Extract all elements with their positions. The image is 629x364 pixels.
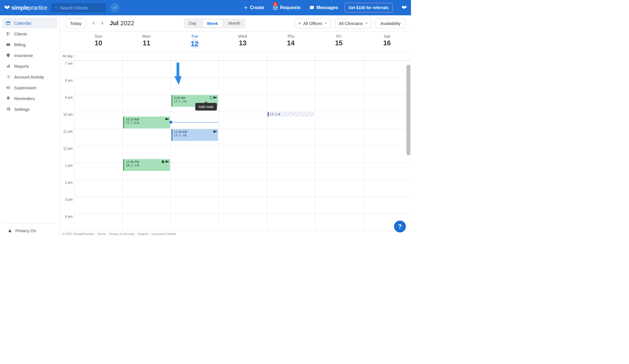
sidebar-item-supervision[interactable]: Supervision bbox=[2, 82, 57, 93]
sidebar-item-calendar[interactable]: Calendar bbox=[2, 18, 57, 28]
day-col-sat[interactable]: Sat16 bbox=[363, 31, 411, 52]
sidebar-item-account-activity[interactable]: Account Activity bbox=[2, 71, 57, 82]
privacy-toggle[interactable]: Privacy On bbox=[2, 223, 57, 238]
time-label: 3 pm bbox=[60, 198, 74, 215]
svg-rect-7 bbox=[7, 22, 10, 22]
day-col-wed[interactable]: Wed13 bbox=[219, 31, 267, 52]
day-cell-sat[interactable] bbox=[363, 61, 411, 231]
svg-rect-13 bbox=[9, 65, 10, 68]
create-button[interactable]: Create bbox=[242, 3, 267, 12]
event-mon-1245[interactable]: 12:45 PM JA: J. J A. bbox=[123, 159, 170, 171]
today-button[interactable]: Today bbox=[65, 18, 86, 28]
card-icon bbox=[6, 42, 11, 47]
sidebar: Calendar Clients Billing Insurance Repor… bbox=[0, 15, 60, 238]
filter-clinicians[interactable]: All Clinicians bbox=[335, 18, 372, 28]
gear-icon bbox=[6, 107, 11, 111]
footer: © 2022 SimplePractice· Terms· Privacy & … bbox=[60, 231, 411, 238]
day-col-sun[interactable]: Sun10 bbox=[74, 31, 122, 52]
time-label: 12 pm bbox=[60, 147, 74, 164]
footer-terms[interactable]: Terms bbox=[97, 232, 106, 236]
requests-button[interactable]: 1 Requests bbox=[271, 3, 303, 12]
sidebar-item-label: Clients bbox=[14, 31, 27, 36]
profile-button[interactable] bbox=[397, 5, 407, 10]
time-label: 8 am bbox=[60, 79, 74, 96]
day-col-mon[interactable]: Mon11 bbox=[122, 31, 170, 52]
day-cell-thu[interactable]: LT: J. A. bbox=[267, 61, 315, 231]
sidebar-item-billing[interactable]: Billing bbox=[2, 39, 57, 50]
footer-privacy[interactable]: Privacy & Security bbox=[109, 232, 134, 236]
tooltip-add-note: Add note bbox=[195, 103, 217, 111]
note-icon bbox=[162, 160, 164, 163]
svg-point-0 bbox=[55, 7, 56, 8]
prev-button[interactable] bbox=[90, 20, 97, 26]
day-col-thu[interactable]: Thu14 bbox=[267, 31, 315, 52]
bar-chart-icon bbox=[6, 64, 11, 68]
topbar: simplepractice Create 1 Requests Message… bbox=[0, 0, 411, 15]
search-wrap[interactable] bbox=[51, 3, 106, 12]
svg-point-9 bbox=[9, 33, 10, 34]
time-label: 4 pm bbox=[60, 215, 74, 231]
now-indicator bbox=[171, 122, 219, 122]
event-mon-1015[interactable]: 10:15 AM LT: J. S A. bbox=[123, 117, 170, 128]
dot-icon bbox=[299, 22, 301, 24]
day-cell-mon[interactable]: 10:15 AM LT: J. S A. 12:45 PM JA: J. J A… bbox=[122, 61, 170, 231]
people-icon bbox=[6, 31, 11, 36]
shield-icon bbox=[6, 53, 11, 58]
search-input[interactable] bbox=[60, 5, 102, 10]
sidebar-item-settings[interactable]: Settings bbox=[2, 104, 57, 115]
time-label: 1 pm bbox=[60, 164, 74, 181]
filter-offices[interactable]: All Offices bbox=[295, 18, 331, 28]
list-icon bbox=[6, 75, 11, 79]
svg-line-1 bbox=[56, 8, 57, 9]
sidebar-item-insurance[interactable]: Insurance bbox=[2, 50, 57, 61]
help-button[interactable]: ? bbox=[394, 221, 406, 232]
next-button[interactable] bbox=[99, 20, 106, 26]
note-outline-icon[interactable] bbox=[209, 96, 212, 99]
month-title: Jul 2022 bbox=[110, 20, 134, 27]
analytics-button[interactable] bbox=[110, 3, 119, 12]
footer-support[interactable]: Support bbox=[137, 232, 148, 236]
day-col-fri[interactable]: Fri15 bbox=[315, 31, 363, 52]
brand-text: simplepractice bbox=[11, 5, 47, 11]
sidebar-item-label: Reminders bbox=[14, 96, 35, 101]
sidebar-item-reminders[interactable]: Reminders bbox=[2, 93, 57, 104]
sidebar-item-label: Reports bbox=[14, 64, 29, 69]
svg-marker-22 bbox=[366, 23, 368, 24]
main: Today Jul 2022 Day Week Month All Office… bbox=[60, 15, 411, 238]
svg-rect-12 bbox=[8, 65, 9, 67]
day-col-tue[interactable]: Tue12 bbox=[171, 31, 219, 52]
calendar-icon bbox=[6, 21, 11, 25]
scrollbar-thumb[interactable] bbox=[406, 65, 410, 155]
svg-marker-26 bbox=[167, 161, 169, 163]
view-month[interactable]: Month bbox=[223, 18, 246, 28]
footer-licensed[interactable]: Licensed Content bbox=[152, 232, 176, 236]
requests-badge: 1 bbox=[273, 2, 278, 6]
view-week[interactable]: Week bbox=[202, 19, 223, 27]
chevron-left-icon bbox=[92, 22, 95, 25]
annotation-arrow-icon bbox=[172, 63, 183, 91]
svg-marker-30 bbox=[215, 131, 217, 133]
chevron-down-icon bbox=[365, 22, 368, 25]
event-tue-1100[interactable]: 11:00 AM LT: J. J A. bbox=[171, 129, 218, 141]
day-header-row: Sun10 Mon11 Tue12 Wed13 Thu14 Fri15 Sat1… bbox=[60, 31, 411, 52]
line-chart-icon bbox=[113, 5, 117, 10]
event-thu-unavail[interactable]: LT: J. A. bbox=[268, 112, 314, 117]
sidebar-item-label: Account Activity bbox=[14, 75, 44, 79]
sidebar-item-label: Billing bbox=[14, 42, 26, 47]
eye-icon bbox=[6, 85, 11, 90]
view-day[interactable]: Day bbox=[184, 18, 202, 28]
day-cell-wed[interactable] bbox=[219, 61, 267, 231]
brand-logo[interactable]: simplepractice bbox=[4, 5, 47, 11]
messages-button[interactable]: Messages bbox=[307, 3, 341, 12]
sidebar-item-clients[interactable]: Clients bbox=[2, 28, 57, 39]
footer-copyright: © 2022 SimplePractice bbox=[62, 232, 94, 236]
calendar-grid[interactable]: 7 am 8 am 9 am 10 am 11 am 12 pm 1 pm 2 … bbox=[60, 61, 411, 231]
search-icon bbox=[55, 5, 57, 10]
time-label: 2 pm bbox=[60, 181, 74, 198]
day-cell-fri[interactable] bbox=[315, 61, 363, 231]
svg-rect-10 bbox=[6, 43, 10, 46]
day-cell-sun[interactable] bbox=[74, 61, 122, 231]
availability-button[interactable]: Availability bbox=[376, 18, 405, 28]
referral-button[interactable]: Get $100 for referrals bbox=[344, 3, 393, 12]
sidebar-item-reports[interactable]: Reports bbox=[2, 61, 57, 71]
